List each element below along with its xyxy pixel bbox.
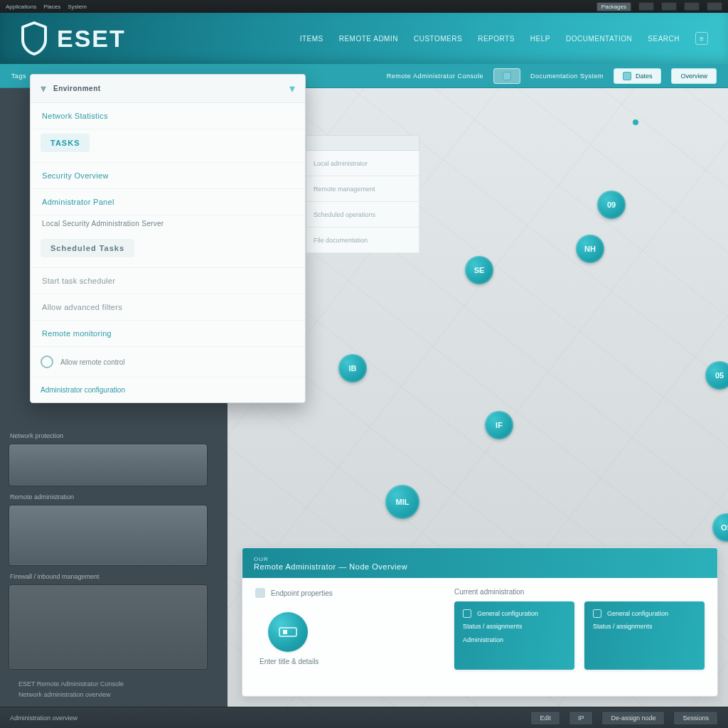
subhdr-center-a[interactable]: Remote Administrator Console [387, 73, 483, 80]
brand-logo[interactable]: eset [20, 21, 126, 55]
map-pin[interactable]: OS [712, 513, 728, 542]
footnote-line: Network administration overview [18, 690, 124, 700]
calendar-icon [623, 72, 631, 80]
dd-chip[interactable]: TASKS [41, 134, 90, 152]
map-pin[interactable]: MIL [385, 485, 419, 519]
footer-button[interactable]: Edit [530, 711, 560, 725]
card-row-text: Administration [463, 635, 503, 645]
map-pin[interactable]: IF [485, 411, 513, 439]
subhdr-pill-dates[interactable]: Dates [614, 68, 662, 84]
os-menu-apps[interactable]: Applications [6, 4, 36, 10]
secondary-list: Local administrator Remote management Sc… [306, 135, 419, 253]
mini-panel[interactable] [9, 505, 208, 566]
mini-panel[interactable] [9, 444, 208, 486]
card-row-text: General configuration [607, 609, 668, 619]
os-tray-chip[interactable] [661, 2, 677, 11]
card-row-text: Status / assignments [463, 621, 523, 631]
dd-item-link[interactable]: Administrator Panel [31, 189, 305, 215]
rail-label: Firewall / inbound management [10, 573, 219, 580]
footnote-line: ESET Remote Administrator Console [18, 679, 124, 689]
square-icon [463, 609, 471, 618]
os-tag-packages[interactable]: Packages [596, 2, 631, 11]
os-tray-chip[interactable] [684, 2, 700, 11]
dd-foot-row[interactable]: Administrator configuration [31, 377, 305, 402]
card-row-text: General configuration [477, 609, 538, 619]
footer-button[interactable]: Sessions [673, 711, 718, 725]
ip-head-title: Remote Administrator — Node Overview [254, 562, 706, 571]
nav-reports[interactable]: Reports [478, 35, 515, 43]
rail-label: Network protection [10, 432, 219, 439]
footer-button[interactable]: IP [569, 711, 594, 725]
os-taskbar: Applications Places System Packages [0, 0, 728, 13]
header-nav: Items Remote Admin Customers Reports Hel… [300, 32, 708, 45]
ip-right-label: Current administration [454, 588, 705, 596]
ip-caption: Enter title & details [259, 658, 440, 665]
secondary-list-header [306, 135, 419, 151]
nav-docs[interactable]: Documentation [566, 35, 632, 43]
ip-right-col: Current administration General configura… [454, 588, 705, 686]
nav-help[interactable]: Help [530, 35, 550, 43]
app-header: eset Items Remote Admin Customers Report… [0, 13, 728, 64]
shield-icon [20, 21, 48, 55]
pill-label: Overview [680, 73, 707, 80]
node-avatar[interactable] [268, 612, 308, 652]
rail-label: Remote administration [10, 493, 219, 500]
os-tray-chip[interactable] [638, 2, 654, 11]
chevron-down-icon: ▾ [289, 82, 295, 95]
list-item[interactable]: Remote management [306, 176, 419, 202]
dd-foot-row[interactable]: Allow remote control [31, 347, 305, 377]
dd-item-muted[interactable]: Start task scheduler [31, 268, 305, 294]
dd-item-sub: Local Security Administration Server [31, 215, 305, 235]
subhdr-pill-overview[interactable]: Overview [671, 68, 717, 84]
info-panel-header: OUR Remote Administrator — Node Overview [242, 548, 717, 578]
square-icon [593, 609, 601, 618]
dropdown-panel: ▾ Environment ▾ Network Statistics TASKS… [30, 74, 306, 403]
subhdr-center-b[interactable]: Documentation System [530, 73, 604, 80]
map-pin[interactable]: IB [338, 354, 367, 382]
dd-item-link[interactable]: Security Overview [31, 163, 305, 189]
os-menu-system[interactable]: System [68, 4, 87, 10]
map-pin[interactable]: 05 [705, 361, 728, 390]
dropdown-header[interactable]: ▾ Environment ▾ [31, 75, 305, 103]
info-panel: OUR Remote Administrator — Node Overview… [242, 547, 718, 697]
list-item[interactable]: File documentation [306, 228, 419, 253]
ip-card[interactable]: General configuration Status / assignmen… [584, 601, 705, 670]
map-pin[interactable]: 09 [597, 191, 626, 219]
footer-button[interactable]: De-assign node [601, 711, 665, 725]
dd-item-muted[interactable]: Allow advanced filters [31, 294, 305, 321]
nav-remoteadmin[interactable]: Remote Admin [339, 35, 398, 43]
radio-icon [41, 355, 53, 368]
dd-foot-label: Allow remote control [60, 358, 125, 366]
os-menu-places[interactable]: Places [43, 4, 60, 10]
map-pin[interactable]: NH [576, 235, 604, 263]
dd-foot-label: Administrator configuration [41, 386, 125, 394]
svg-rect-1 [283, 630, 287, 634]
chevron-down-icon: ▾ [41, 82, 46, 95]
footer-bar: Administration overview Edit IP De-assig… [0, 707, 728, 728]
dd-item-link[interactable]: Remote monitoring [31, 321, 305, 347]
dropdown-title: Environment [53, 85, 101, 92]
nav-items[interactable]: Items [300, 35, 323, 43]
left-footnotes: ESET Remote Administrator Console Networ… [18, 679, 124, 700]
ip-card[interactable]: General configuration Status / assignmen… [454, 601, 574, 670]
mini-panel[interactable] [9, 584, 208, 670]
map-pin[interactable]: SE [465, 256, 493, 284]
dd-chip-row: TASKS [31, 129, 305, 163]
pill-label: Dates [636, 73, 653, 80]
footer-left-text: Administration overview [10, 714, 77, 722]
dd-chip[interactable]: Scheduled Tasks [41, 239, 134, 257]
ip-left-label-text: Endpoint properties [271, 589, 333, 597]
dd-chip-row: Scheduled Tasks [31, 235, 305, 268]
svg-rect-0 [279, 628, 296, 636]
dd-item-link[interactable]: Network Statistics [31, 103, 305, 129]
ip-head-small: OUR [254, 556, 706, 562]
list-item[interactable]: Local administrator [306, 151, 419, 176]
list-item[interactable]: Scheduled operations [306, 202, 419, 228]
ip-left-label: Endpoint properties [255, 588, 440, 598]
nav-customers[interactable]: Customers [414, 35, 462, 43]
layers-icon[interactable]: ≡ [695, 32, 708, 45]
ip-left-col: Endpoint properties Enter title & detail… [255, 588, 440, 686]
subhdr-chip-square[interactable] [493, 68, 520, 84]
nav-search[interactable]: Search [648, 35, 680, 43]
os-tray-chip[interactable] [707, 2, 722, 11]
